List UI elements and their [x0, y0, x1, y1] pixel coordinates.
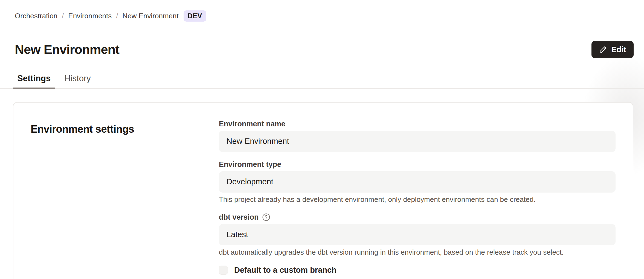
settings-form: Environment name New Environment Environ… [219, 120, 616, 279]
tab-settings[interactable]: Settings [13, 74, 55, 89]
dbt-version-label-text: dbt version [219, 213, 259, 222]
dbt-version-label: dbt version [219, 213, 616, 222]
page-title: New Environment [15, 42, 119, 57]
tab-history[interactable]: History [60, 74, 95, 89]
page-header: New Environment Edit [15, 33, 634, 66]
breadcrumb-item-new-environment[interactable]: New Environment [123, 12, 179, 20]
environment-type-badge: DEV [184, 10, 206, 22]
edit-button[interactable]: Edit [591, 41, 634, 58]
environment-name-field[interactable]: New Environment [219, 131, 616, 152]
breadcrumb-item-environments[interactable]: Environments [68, 12, 112, 20]
edit-button-label: Edit [611, 45, 626, 54]
environment-settings-card: Environment settings Environment name Ne… [13, 102, 633, 279]
dbt-version-field[interactable]: Latest [219, 224, 616, 245]
environment-type-value: Development [227, 177, 273, 186]
breadcrumb-separator: / [62, 12, 64, 20]
environment-type-label-text: Environment type [219, 160, 281, 169]
tab-bar: Settings History [0, 74, 644, 89]
environment-type-label: Environment type [219, 160, 616, 169]
dbt-version-value: Latest [227, 230, 248, 239]
question-circle-icon[interactable] [262, 213, 270, 221]
environment-name-value: New Environment [227, 137, 289, 146]
environment-type-field[interactable]: Development [219, 171, 616, 193]
dbt-version-helper: dbt automatically upgrades the dbt versi… [219, 248, 616, 257]
custom-branch-checkbox[interactable] [219, 266, 228, 275]
breadcrumb: Orchestration / Environments / New Envir… [0, 0, 644, 22]
environment-type-helper: This project already has a development e… [219, 195, 616, 204]
custom-branch-label: Default to a custom branch [234, 266, 336, 275]
breadcrumb-item-orchestration[interactable]: Orchestration [15, 12, 57, 20]
pencil-icon [599, 45, 607, 54]
card-heading-column: Environment settings [31, 120, 219, 279]
custom-branch-row: Default to a custom branch [219, 266, 616, 275]
environment-name-label-text: Environment name [219, 120, 285, 128]
card-heading: Environment settings [31, 123, 219, 135]
environment-name-label: Environment name [219, 120, 616, 128]
breadcrumb-separator: / [116, 12, 118, 20]
